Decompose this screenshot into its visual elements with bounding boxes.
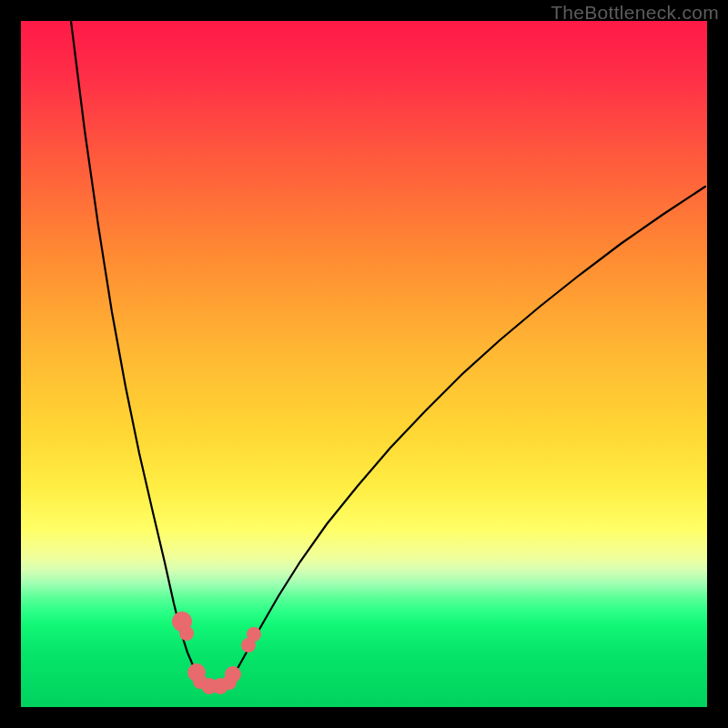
chart-canvas (21, 21, 707, 707)
curve-right-curve (228, 187, 705, 683)
curve-left-curve (71, 21, 203, 683)
curves-svg (21, 21, 707, 707)
marker-point (179, 626, 194, 641)
marker-point (225, 666, 241, 682)
marker-point (247, 627, 261, 642)
watermark-text: TheBottleneck.com (551, 2, 719, 24)
